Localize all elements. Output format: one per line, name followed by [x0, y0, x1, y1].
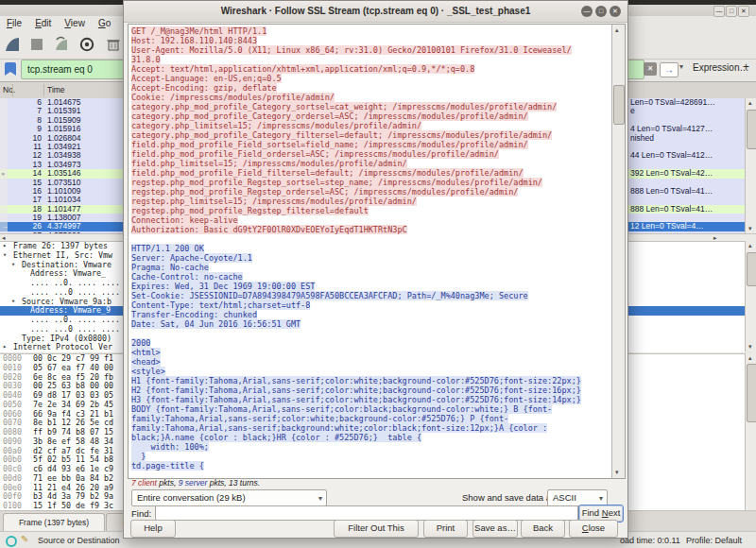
table-row[interactable]: 131.034973	[0, 161, 123, 169]
detail-row-right[interactable]	[628, 251, 745, 261]
start-capture-icon[interactable]	[3, 35, 22, 54]
table-row-info[interactable]: 44 Len=0 TSval=412…	[628, 151, 745, 160]
table-row-info[interactable]: 888 Len=0 TSval=41…	[628, 205, 745, 214]
scroll-up-icon[interactable]: ▴	[748, 354, 752, 362]
filter-out-this-stream-button[interactable]: Filter Out This Stream	[334, 520, 419, 538]
column-no[interactable]: No.	[3, 85, 15, 94]
detail-row-right[interactable]	[628, 334, 745, 344]
table-row[interactable]: →264.374997	[0, 222, 123, 231]
table-row-info[interactable]: nished	[628, 134, 745, 143]
filter-history-chevron-icon[interactable]: ▾	[679, 62, 683, 71]
stream-line: H2 {font-family:Tahoma,Arial,sans-serif;…	[131, 385, 612, 395]
table-row-info[interactable]: 392 Len=0 TSval=42…	[628, 169, 745, 178]
expression-button[interactable]: Expression…	[693, 62, 748, 73]
detail-row-right[interactable]	[628, 269, 745, 279]
stream-content-area[interactable]: GET /_M@nag3Me/html HTTP/1.1Host: 192.16…	[128, 24, 626, 479]
detail-row-right[interactable]	[628, 279, 745, 288]
stream-line: category.php_mod_profile_Category_sortse…	[131, 102, 612, 111]
expert-info-icon[interactable]	[6, 536, 17, 547]
status-profile[interactable]: Profile: Default	[686, 536, 742, 545]
stream-line: td.page-title {	[131, 461, 612, 471]
scrollbar-thumb[interactable]	[747, 252, 756, 286]
capture-comment-icon[interactable]: ✎	[21, 534, 28, 544]
stream-line: Accept-Encoding: gzip, deflate	[131, 83, 612, 93]
details-scrollbar[interactable]: ▴ ▾	[745, 241, 756, 351]
packet-list-header[interactable]: No. Time	[0, 81, 123, 99]
stream-line: }	[131, 452, 612, 461]
scroll-down-icon[interactable]: ▾	[748, 225, 752, 232]
capture-options-icon[interactable]	[77, 35, 96, 54]
detail-row-right[interactable]	[628, 288, 745, 298]
menu-go[interactable]: Go	[92, 16, 117, 28]
detail-row-right[interactable]	[628, 325, 745, 334]
detail-row-right[interactable]	[628, 261, 745, 270]
table-row-info[interactable]: Len=0 TSval=428691…	[628, 98, 745, 107]
table-row[interactable]: 151.073510	[0, 179, 123, 187]
stream-line: category.php_limitsel=15; /impresscms/mo…	[131, 121, 612, 130]
scrollbar-thumb[interactable]	[613, 85, 625, 125]
save-as-button[interactable]: Save as…	[472, 520, 518, 538]
dialog-titlebar[interactable]: Wireshark · Follow SSL Stream (tcp.strea…	[124, 1, 627, 23]
detail-row-right[interactable]	[628, 298, 745, 307]
trash-icon[interactable]	[104, 35, 123, 54]
detail-row-right[interactable]	[628, 316, 745, 325]
stop-capture-icon[interactable]	[27, 35, 46, 54]
detail-row-right[interactable]	[628, 242, 745, 251]
table-row[interactable]: 101.026804	[0, 134, 123, 143]
dialog-close-icon[interactable]: ✕	[610, 6, 621, 17]
scrollbar-thumb[interactable]	[747, 110, 756, 149]
dialog-maximize-icon[interactable]: □	[595, 6, 607, 17]
table-row-info[interactable]	[628, 143, 745, 151]
detail-row-right[interactable]	[628, 343, 745, 352]
restart-capture-icon[interactable]	[52, 35, 71, 54]
stream-line: field.php_mod_profile_Field_ordersel=ASC…	[131, 149, 612, 159]
table-row[interactable]: 111.034921	[0, 143, 123, 151]
table-row[interactable]: 121.034938	[0, 151, 123, 160]
detail-row[interactable]: ▸Internet Protocol Ver	[0, 343, 123, 352]
stream-scrollbar[interactable]: ▴ ▾	[611, 25, 625, 478]
table-row[interactable]: 61.014675	[0, 98, 123, 107]
table-row[interactable]: 91.015916	[0, 125, 123, 133]
table-row-info[interactable]: 888 Len=0 TSval=41…	[628, 187, 745, 196]
table-row[interactable]: 81.015909	[0, 116, 123, 125]
column-time[interactable]: Time	[47, 85, 65, 94]
packet-list-scrollbar[interactable]: ▴ ▾	[745, 98, 756, 233]
tab-frame[interactable]: Frame (1397 bytes)	[3, 513, 105, 533]
help-button[interactable]: Help	[130, 520, 176, 538]
back-button[interactable]: Back	[521, 520, 565, 538]
scroll-down-icon[interactable]: ▾	[615, 469, 619, 476]
scrollbar-thumb[interactable]	[747, 364, 756, 422]
table-row[interactable]: 71.015391	[0, 107, 123, 115]
bytes-scrollbar[interactable]: ▴	[745, 353, 756, 510]
table-row-info[interactable]	[628, 179, 745, 187]
scroll-down-icon[interactable]: ▾	[748, 343, 752, 351]
scroll-up-icon[interactable]: ▴	[748, 99, 752, 107]
find-input[interactable]	[155, 505, 578, 521]
table-row-info[interactable]	[628, 214, 745, 222]
detail-row-right[interactable]	[628, 306, 745, 316]
scroll-up-icon[interactable]: ▴	[748, 242, 752, 249]
table-row-info[interactable]	[628, 161, 745, 169]
table-row[interactable]: 181.101477	[0, 205, 123, 214]
table-row[interactable]: 161.101009	[0, 187, 123, 196]
table-row-info[interactable]: 12 Len=0 TSval=4…	[628, 222, 745, 231]
clear-filter-icon[interactable]: ✕	[644, 62, 657, 76]
conversation-select[interactable]: Entire conversation (29 kB) ▾	[131, 489, 327, 506]
apply-filter-icon[interactable]: →	[660, 62, 679, 77]
table-row-info[interactable]: 4 Len=0 TSval=4127…	[628, 125, 745, 133]
table-row-info[interactable]: e	[628, 107, 745, 115]
table-row[interactable]: ●141.035146	[0, 169, 123, 178]
table-row-info[interactable]	[628, 116, 745, 125]
bookmark-icon[interactable]	[5, 62, 16, 76]
dialog-minimize-icon[interactable]: —	[581, 6, 593, 17]
menu-edit[interactable]: Edit	[28, 16, 58, 28]
table-row[interactable]: 171.101034	[0, 196, 123, 204]
close-button[interactable]: Close	[569, 520, 618, 538]
table-row[interactable]: 191.138007	[0, 214, 123, 222]
menu-file[interactable]: File	[0, 16, 28, 28]
add-filter-button[interactable]: +	[743, 60, 749, 74]
menu-view[interactable]: View	[58, 16, 92, 28]
table-row-info[interactable]	[628, 196, 745, 204]
print-button[interactable]: Print	[423, 520, 468, 538]
scroll-up-icon[interactable]: ▴	[615, 26, 619, 34]
